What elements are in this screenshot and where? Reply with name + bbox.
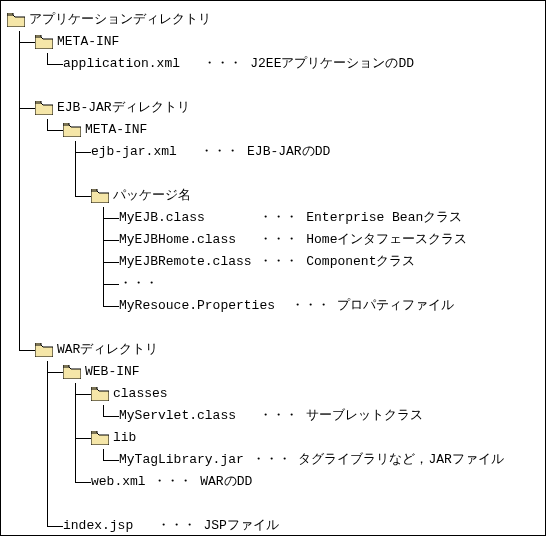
label-application-xml: application.xml xyxy=(63,53,180,75)
node-myservlet: MyServlet.class ・・・ サーブレットクラス xyxy=(7,405,539,427)
space xyxy=(298,229,306,251)
space xyxy=(236,405,259,427)
label-index-jsp: index.jsp xyxy=(63,515,133,536)
dots: ・・・ xyxy=(200,141,239,163)
tree-root-container: アプリケーションディレクトリ META-INF application.xml … xyxy=(7,9,539,536)
folder-icon xyxy=(91,431,109,445)
label-myejbhome: MyEJBHome.class xyxy=(119,229,236,251)
spacer xyxy=(7,493,539,515)
folder-icon xyxy=(35,101,53,115)
space xyxy=(192,471,200,493)
node-war-dir: WARディレクトリ xyxy=(7,339,539,361)
dots: ・・・ xyxy=(259,229,298,251)
desc-application-xml: J2EEアプリケーションのDD xyxy=(250,53,414,75)
desc-myejbhome: Homeインタフェースクラス xyxy=(306,229,467,251)
directory-tree-diagram: アプリケーションディレクトリ META-INF application.xml … xyxy=(0,0,546,536)
label-lib: lib xyxy=(113,427,136,449)
spacer xyxy=(7,317,539,339)
desc-web-xml: WARのDD xyxy=(200,471,252,493)
node-index-jsp: index.jsp ・・・ JSPファイル xyxy=(7,515,539,536)
node-ejb-jar-dir: EJB-JARディレクトリ xyxy=(7,97,539,119)
desc-index-jsp: JSPファイル xyxy=(203,515,278,536)
label-myservlet: MyServlet.class xyxy=(119,405,236,427)
space xyxy=(146,471,154,493)
folder-icon xyxy=(91,189,109,203)
space xyxy=(298,207,306,229)
desc-myservlet: サーブレットクラス xyxy=(306,405,423,427)
node-ejb-jar-xml: ejb-jar.xml ・・・ EJB-JARのDD xyxy=(7,141,539,163)
label-myresource: MyResouce.Properties xyxy=(119,295,275,317)
folder-icon xyxy=(63,123,81,137)
label-ejb-jar-xml: ejb-jar.xml xyxy=(91,141,177,163)
node-myejbremote: MyEJBRemote.class ・・・ Componentクラス xyxy=(7,251,539,273)
node-package: パッケージ名 xyxy=(7,185,539,207)
node-ellipsis: ・・・ xyxy=(7,273,539,295)
node-web-xml: web.xml ・・・ WARのDD xyxy=(7,471,539,493)
space xyxy=(205,207,260,229)
label-meta-inf: META-INF xyxy=(57,31,119,53)
label-myejbremote: MyEJBRemote.class xyxy=(119,251,252,273)
label-classes: classes xyxy=(113,383,168,405)
label-web-inf: WEB-INF xyxy=(85,361,140,383)
desc-myresource: プロパティファイル xyxy=(337,295,454,317)
desc-ejb-jar-xml: EJB-JARのDD xyxy=(247,141,330,163)
node-myresource: MyResouce.Properties ・・・ プロパティファイル xyxy=(7,295,539,317)
spacer xyxy=(7,75,539,97)
space xyxy=(252,251,260,273)
node-application-xml: application.xml ・・・ J2EEアプリケーションのDD xyxy=(7,53,539,75)
space xyxy=(196,515,204,536)
space xyxy=(330,295,338,317)
folder-icon xyxy=(63,365,81,379)
space xyxy=(291,449,299,471)
node-app-directory: アプリケーションディレクトリ xyxy=(7,9,539,31)
node-mytaglibrary: MyTagLibrary.jar ・・・ タグライブラリなど，JARファイル xyxy=(7,449,539,471)
dots: ・・・ xyxy=(291,295,330,317)
node-web-inf: WEB-INF xyxy=(7,361,539,383)
label-ejb-jar-dir: EJB-JARディレクトリ xyxy=(57,97,190,119)
dots: ・・・ xyxy=(203,53,242,75)
label-mytaglibrary: MyTagLibrary.jar xyxy=(119,449,244,471)
label-ellipsis: ・・・ xyxy=(119,273,158,295)
label-package: パッケージ名 xyxy=(113,185,191,207)
desc-myejb: Enterprise Beanクラス xyxy=(306,207,462,229)
spacer xyxy=(7,163,539,185)
folder-icon xyxy=(91,387,109,401)
label-web-xml: web.xml xyxy=(91,471,146,493)
dots: ・・・ xyxy=(157,515,196,536)
label-myejb: MyEJB.class xyxy=(119,207,205,229)
label-war-dir: WARディレクトリ xyxy=(57,339,158,361)
space xyxy=(275,295,291,317)
dots: ・・・ xyxy=(259,405,298,427)
space xyxy=(133,515,156,536)
dots: ・・・ xyxy=(252,449,291,471)
space xyxy=(298,405,306,427)
folder-icon xyxy=(35,343,53,357)
label-ejb-meta-inf: META-INF xyxy=(85,119,147,141)
dots: ・・・ xyxy=(259,207,298,229)
dots xyxy=(180,53,203,75)
space xyxy=(236,229,259,251)
space xyxy=(242,53,250,75)
node-lib: lib xyxy=(7,427,539,449)
desc-mytaglibrary: タグライブラリなど，JARファイル xyxy=(298,449,503,471)
dots: ・・・ xyxy=(153,471,192,493)
node-classes: classes xyxy=(7,383,539,405)
label-app-directory: アプリケーションディレクトリ xyxy=(29,9,211,31)
node-myejbhome: MyEJBHome.class ・・・ Homeインタフェースクラス xyxy=(7,229,539,251)
desc-myejbremote: Componentクラス xyxy=(306,251,415,273)
dots: ・・・ xyxy=(259,251,298,273)
node-ejb-meta-inf: META-INF xyxy=(7,119,539,141)
space xyxy=(244,449,252,471)
node-meta-inf: META-INF xyxy=(7,31,539,53)
space xyxy=(298,251,306,273)
space xyxy=(239,141,247,163)
folder-icon xyxy=(35,35,53,49)
folder-icon xyxy=(7,13,25,27)
space xyxy=(177,141,200,163)
node-myejb: MyEJB.class ・・・ Enterprise Beanクラス xyxy=(7,207,539,229)
